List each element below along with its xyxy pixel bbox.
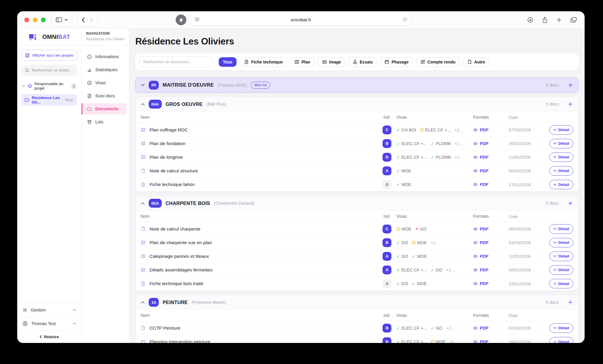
- filter-pill-plan[interactable]: Plan: [290, 57, 315, 67]
- minimize-window-button[interactable]: [33, 18, 37, 22]
- eye-icon: [473, 182, 478, 187]
- back-button[interactable]: [82, 17, 85, 23]
- filter-pill-phasage[interactable]: Phasage: [380, 57, 413, 67]
- visa-label: MOE: [417, 281, 427, 286]
- format-label: PDF: [480, 128, 488, 132]
- address-bar[interactable]: omnibat.fr: [191, 14, 411, 26]
- collapse-sidebar-button[interactable]: Réduire: [17, 330, 81, 343]
- nav-item-suivi-docs[interactable]: Suivi docs: [82, 90, 129, 101]
- downloads-icon[interactable]: [527, 17, 534, 23]
- add-document-button[interactable]: [567, 299, 573, 305]
- close-window-button[interactable]: [24, 18, 29, 22]
- index-badge: C: [383, 225, 391, 233]
- filter-pill-image[interactable]: Image: [318, 57, 345, 67]
- refresh-icon[interactable]: [402, 17, 407, 22]
- visa-status: ELEC.CF +...: [420, 128, 451, 132]
- add-document-button[interactable]: [567, 200, 573, 206]
- file-text-icon: [244, 59, 249, 64]
- detail-button[interactable]: Détail: [549, 125, 573, 135]
- column-label: Formats: [473, 214, 489, 219]
- filter-pill-autre[interactable]: Autre: [463, 57, 489, 67]
- column-header-visas: Visas: [396, 115, 473, 120]
- detail-button[interactable]: Détail: [549, 337, 573, 343]
- filter-pill-tous[interactable]: Tous: [219, 57, 237, 67]
- filter-pill-fiche-technique[interactable]: Fiche technique: [240, 57, 287, 67]
- detail-button[interactable]: Détail: [549, 238, 573, 247]
- document-action-cell: Détail: [545, 252, 573, 261]
- lot-section-header[interactable]: 04AGROS OEUVRE(Bâti Plus)5 docs: [136, 97, 578, 112]
- document-name-cell: CCTP Peinture: [141, 325, 377, 331]
- visa-approved-icon: ✓: [431, 155, 434, 160]
- detail-button[interactable]: Détail: [549, 252, 573, 261]
- detail-button[interactable]: Détail: [549, 279, 573, 288]
- project-search-input[interactable]: [32, 68, 74, 72]
- add-document-button[interactable]: [567, 82, 573, 88]
- detail-button[interactable]: Détail: [549, 265, 573, 275]
- detail-button[interactable]: Détail: [549, 180, 573, 189]
- nav-item-visas[interactable]: Visas: [82, 77, 129, 88]
- format-label: PDF: [480, 141, 488, 146]
- sidebar-item-project[interactable]: Résidence Les Oli... Resp.: [21, 94, 77, 106]
- lot-company: (Charpentes Durand): [214, 201, 254, 206]
- forward-button[interactable]: [90, 17, 93, 23]
- project-search[interactable]: [21, 65, 77, 76]
- lot-section-header[interactable]: 05ACHARPENTE BOIS(Charpentes Durand)5 do…: [136, 196, 578, 211]
- index-badge: C: [383, 125, 391, 134]
- filter-pill-essais[interactable]: Essais: [348, 57, 377, 67]
- lot-code-badge: 00: [149, 81, 159, 90]
- visa-status: ✓MOE: [412, 254, 427, 259]
- fullscreen-window-button[interactable]: [41, 18, 46, 22]
- share-icon[interactable]: [542, 17, 548, 23]
- document-date: 02/03/2026: [509, 325, 545, 330]
- project-group[interactable]: Responsable du projet 1: [21, 82, 77, 90]
- detail-button[interactable]: Détail: [549, 224, 573, 234]
- format-label: PDF: [480, 182, 488, 187]
- visa-status: +1...: [455, 141, 463, 146]
- visa-approved-icon: ✓: [396, 326, 400, 330]
- sidebar-toggle-button[interactable]: [52, 14, 72, 26]
- column-label: Date: [509, 214, 518, 219]
- visa-label: GO: [402, 240, 408, 245]
- document-name-cell: Plan de longrine: [141, 155, 377, 160]
- content-blocker-icon[interactable]: [176, 15, 186, 25]
- show-all-projects-button[interactable]: Afficher tous les projets: [21, 50, 77, 61]
- chevron-down-icon[interactable]: [22, 85, 25, 87]
- main-content: Résidence Les Oliviers TousFiche techniq…: [129, 28, 585, 343]
- document-search-input[interactable]: [139, 56, 213, 67]
- visa-label: ELEC.CF +...: [425, 128, 451, 132]
- detail-button[interactable]: Détail: [549, 166, 573, 176]
- file-text-icon: [141, 182, 146, 187]
- user-menu[interactable]: Thomas Test: [17, 317, 81, 330]
- lot-company: (Bâti Plus): [207, 102, 226, 107]
- document-format-cell: PDF: [473, 128, 509, 132]
- gestion-menu[interactable]: Gestion: [17, 303, 81, 317]
- nav-item-statistiques[interactable]: Statistiques: [82, 64, 129, 75]
- detail-button[interactable]: Détail: [549, 323, 573, 333]
- document-date: 07/03/2026: [509, 127, 545, 132]
- new-tab-icon[interactable]: [556, 17, 562, 23]
- eye-icon: [473, 141, 478, 146]
- index-badge: B: [383, 337, 391, 343]
- toolbar-actions: [527, 17, 577, 23]
- filter-pill-compte-rendu[interactable]: Compte rendu: [416, 57, 460, 67]
- nav-item-label: Lots: [95, 120, 103, 124]
- tab-overview-icon[interactable]: [570, 17, 577, 23]
- nav-item-lots[interactable]: Lots: [82, 116, 129, 128]
- lot-section-header[interactable]: 14PEINTURE(Peintures Martin)5 docs: [136, 295, 578, 310]
- nav-item-informations[interactable]: Informations: [82, 51, 129, 62]
- document-index-cell: 0: [377, 279, 396, 288]
- visa-status: ✓PLOMB: [431, 141, 451, 146]
- chevron-down-icon: [553, 156, 556, 158]
- add-document-button[interactable]: [567, 101, 573, 107]
- document-name-cell: Fiche technique bois traité: [141, 281, 377, 286]
- nav-item-documents[interactable]: Documents: [82, 103, 127, 115]
- detail-button[interactable]: Détail: [549, 139, 573, 148]
- detail-button[interactable]: Détail: [549, 152, 573, 162]
- eye-icon: [473, 268, 478, 272]
- visa-label: +1...: [450, 339, 458, 343]
- visa-label: MOE: [417, 254, 427, 259]
- document-name-cell: Note de calcul charpente: [141, 226, 377, 232]
- document-format-cell: PDF: [473, 155, 509, 160]
- lot-section-header[interactable]: 00MAITRISE D'OEUVRE(Thomas.MOE)Mon lot6 …: [136, 78, 578, 92]
- document-row: Plan coffrage RDCC✓CH.BOIELEC.CF +...+2.…: [136, 123, 578, 137]
